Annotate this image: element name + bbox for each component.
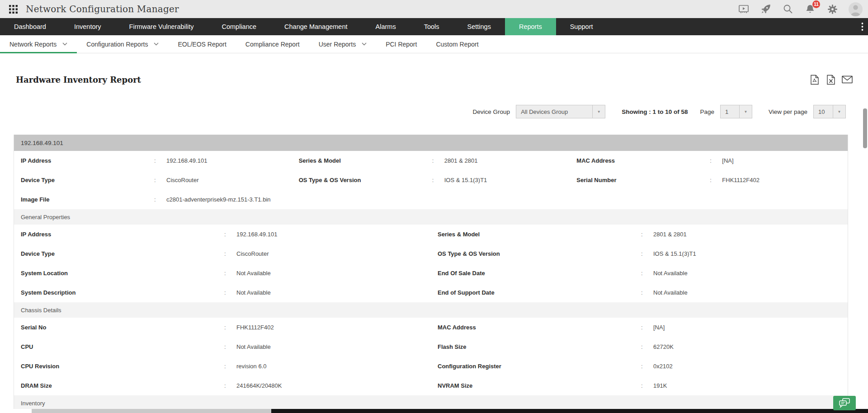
field-label: IP Address <box>21 231 224 238</box>
field-label: System Location <box>21 270 224 277</box>
subnav-item-configuration-reports[interactable]: Configuration Reports <box>77 35 168 53</box>
nav-item-dashboard[interactable]: Dashboard <box>0 18 60 35</box>
nav-item-alarms[interactable]: Alarms <box>362 18 410 35</box>
horizontal-scrollbar-lead <box>0 409 32 413</box>
chevron-down-icon <box>362 42 367 46</box>
nav-item-tools[interactable]: Tools <box>410 18 453 35</box>
nav-item-firmware-vulnerability[interactable]: Firmware Vulnerability <box>115 18 208 35</box>
colon <box>641 231 648 238</box>
subnav-item-user-reports[interactable]: User Reports <box>309 35 376 53</box>
nav-label: Firmware Vulnerability <box>129 23 194 30</box>
page-title: Hardware Inventory Report <box>16 75 141 84</box>
field-label: IP Address <box>21 157 154 164</box>
page-label: Page <box>700 108 714 115</box>
nav-label: Alarms <box>376 23 396 30</box>
search-icon[interactable] <box>782 4 794 14</box>
colon <box>710 157 717 164</box>
subnav-item-network-reports[interactable]: Network Reports <box>0 35 77 53</box>
section-header-general-properties: General Properties <box>14 209 848 225</box>
section-header-inventory: Inventory <box>14 395 848 411</box>
device-group-value: All Devices Group <box>516 105 592 118</box>
property-row: Serial NoFHK1112F402 MAC Address[NA] <box>14 318 848 337</box>
settings-gear-icon[interactable] <box>826 4 838 14</box>
main-navigation: Dashboard Inventory Firmware Vulnerabili… <box>0 18 868 35</box>
field-value: 62720K <box>648 343 848 350</box>
property-row: DRAM Size241664K/20480K NVRAM Size191K <box>14 376 848 395</box>
property-row: System LocationNot Available End Of Sale… <box>14 263 848 283</box>
nav-item-settings[interactable]: Settings <box>453 18 505 35</box>
subnav-item-pci-report[interactable]: PCI Report <box>376 35 426 53</box>
nav-item-reports[interactable]: Reports <box>505 18 556 35</box>
summary-row: IP Address192.168.49.101 Series & Model2… <box>14 151 848 170</box>
colon <box>224 270 231 277</box>
subnav-item-compliance-report[interactable]: Compliance Report <box>236 35 309 53</box>
subnav-label: Network Reports <box>9 41 57 48</box>
property-row: CPUNot Available Flash Size62720K <box>14 337 848 357</box>
field-value: FHK1112F402 <box>717 177 848 183</box>
colon <box>224 363 231 370</box>
view-per-page-value: 10 <box>814 105 833 118</box>
view-per-page-label: View per page <box>769 108 807 115</box>
more-options-kebab-icon[interactable] <box>861 18 863 35</box>
field-value: 2801 & 2801 <box>439 157 570 164</box>
field-label: MAC Address <box>438 324 641 331</box>
nav-item-change-management[interactable]: Change Management <box>270 18 361 35</box>
select-arrow-icon: ▼ <box>592 105 605 118</box>
horizontal-scrollbar-track[interactable] <box>0 409 868 413</box>
device-group-select[interactable]: All Devices Group ▼ <box>516 105 605 118</box>
field-label: End of Support Date <box>438 289 641 296</box>
colon <box>641 343 648 350</box>
app-title: Network Configuration Manager <box>26 4 179 14</box>
subnav-label: User Reports <box>319 41 356 48</box>
screen: Network Configuration Manager <box>0 0 868 413</box>
nav-label: Dashboard <box>14 23 46 30</box>
rocket-icon[interactable] <box>760 4 772 14</box>
chevron-down-icon <box>62 42 67 46</box>
nav-item-support[interactable]: Support <box>556 18 607 35</box>
vertical-scrollbar-thumb[interactable] <box>863 108 867 148</box>
pdf-export-icon[interactable] <box>809 74 820 85</box>
report-controls: Device Group All Devices Group ▼ Showing… <box>0 105 846 118</box>
property-row: IP Address192.168.49.101 Series & Model2… <box>14 225 848 244</box>
field-label: Device Type <box>21 250 224 257</box>
view-per-page-select[interactable]: 10 ▼ <box>813 105 846 118</box>
chat-bubbles-icon <box>838 398 851 408</box>
nav-item-compliance[interactable]: Compliance <box>208 18 270 35</box>
live-chat-button[interactable] <box>833 396 856 410</box>
colon <box>432 177 439 183</box>
hardware-inventory-table: 192.168.49.101 IP Address192.168.49.101 … <box>14 135 848 411</box>
colon <box>710 177 717 183</box>
field-label: Device Type <box>21 177 154 183</box>
user-avatar[interactable] <box>849 2 863 16</box>
field-value: IOS & 15.1(3)T1 <box>648 250 848 257</box>
nav-item-inventory[interactable]: Inventory <box>60 18 115 35</box>
colon <box>224 289 231 296</box>
colon <box>224 382 231 389</box>
excel-export-icon[interactable] <box>826 74 836 85</box>
subnav-item-custom-report[interactable]: Custom Report <box>426 35 488 53</box>
field-value: Not Available <box>648 270 848 277</box>
email-report-icon[interactable] <box>842 74 853 85</box>
page-select[interactable]: 1 ▼ <box>720 105 752 118</box>
subnav-label: Custom Report <box>436 41 478 48</box>
nav-label: Settings <box>467 23 491 30</box>
demo-player-icon[interactable] <box>738 4 750 14</box>
section-header-chassis-details: Chassis Details <box>14 302 848 318</box>
subnav-item-eol-eos-report[interactable]: EOL/EOS Report <box>168 35 236 53</box>
summary-row: Image Filec2801-adventerprisek9-mz.151-3… <box>14 190 848 209</box>
grid-menu-icon[interactable] <box>7 4 19 14</box>
field-value: CiscoRouter <box>231 250 431 257</box>
field-label: OS Type & OS Version <box>299 177 432 183</box>
notifications-bell-icon[interactable]: 11 <box>804 4 816 14</box>
property-row: Device TypeCiscoRouter OS Type & OS Vers… <box>14 244 848 263</box>
field-value: 192.168.49.101 <box>231 231 431 238</box>
nav-label: Compliance <box>222 23 256 30</box>
colon <box>154 177 161 183</box>
field-value: FHK1112F402 <box>231 324 431 331</box>
colon <box>154 196 161 203</box>
device-group-label: Device Group <box>473 108 510 115</box>
device-header-band: 192.168.49.101 <box>14 135 848 151</box>
field-label: CPU <box>21 343 224 350</box>
horizontal-scrollbar-thumb[interactable] <box>32 409 271 413</box>
colon <box>224 250 231 257</box>
